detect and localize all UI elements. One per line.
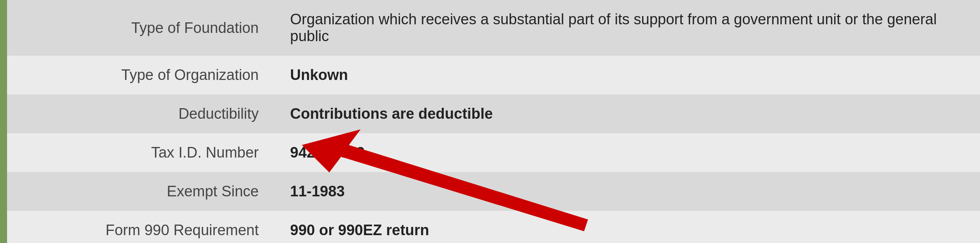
label-exempt-since: Exempt Since (0, 172, 274, 211)
table-row-type-of-foundation: Type of FoundationOrganization which rec… (0, 0, 980, 56)
table-row-deductibility: DeductibilityContributions are deductibl… (0, 94, 980, 133)
value-deductibility: Contributions are deductible (274, 94, 980, 133)
value-type-of-foundation: Organization which receives a substantia… (274, 0, 980, 56)
label-type-of-foundation: Type of Foundation (0, 0, 274, 56)
label-type-of-organization: Type of Organization (0, 56, 274, 94)
table-row-form-990-requirement: Form 990 Requirement990 or 990EZ return (0, 211, 980, 243)
table-row-exempt-since: Exempt Since11-1983 (0, 172, 980, 211)
value-tax-id-number: 942737593 (274, 133, 980, 172)
info-table-container: Type of FoundationOrganization which rec… (0, 0, 980, 243)
label-form-990-requirement: Form 990 Requirement (0, 211, 274, 243)
info-table: Type of FoundationOrganization which rec… (0, 0, 980, 243)
value-form-990-requirement: 990 or 990EZ return (274, 211, 980, 243)
value-exempt-since: 11-1983 (274, 172, 980, 211)
value-type-of-organization: Unkown (274, 56, 980, 94)
table-row-tax-id-number: Tax I.D. Number942737593 (0, 133, 980, 172)
label-deductibility: Deductibility (0, 94, 274, 133)
left-border-decoration (0, 0, 7, 243)
table-row-type-of-organization: Type of OrganizationUnkown (0, 56, 980, 94)
label-tax-id-number: Tax I.D. Number (0, 133, 274, 172)
